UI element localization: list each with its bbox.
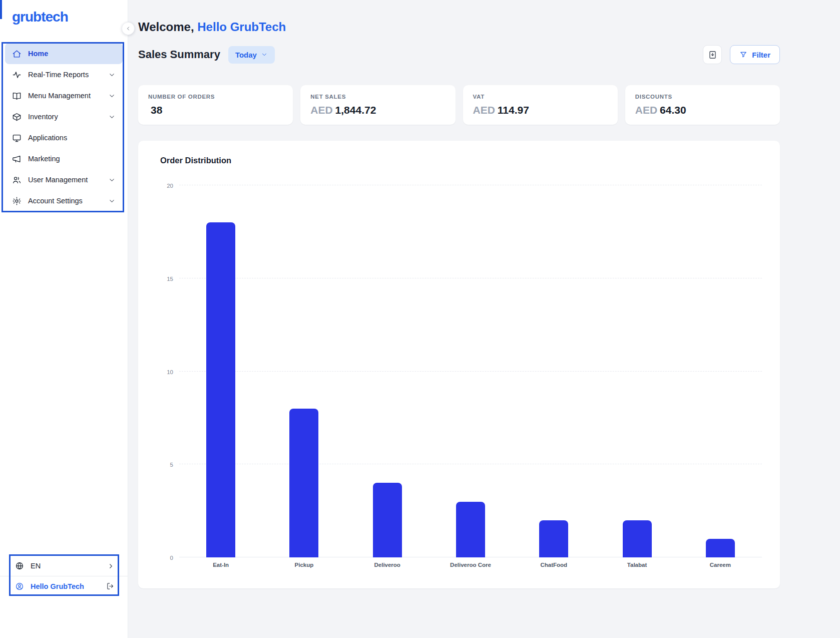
sidebar-footer: EN Hello GrubTech bbox=[0, 556, 128, 596]
x-axis-label: Talabat bbox=[595, 562, 678, 568]
download-report-button[interactable] bbox=[703, 45, 722, 64]
chevron-right-icon bbox=[107, 562, 115, 570]
language-selector[interactable]: EN bbox=[0, 556, 128, 576]
user-name: Hello GrubTech bbox=[31, 582, 84, 590]
sidebar-item-label: User Management bbox=[28, 176, 88, 184]
sidebar-item-applications[interactable]: Applications bbox=[5, 127, 123, 148]
chart-plot: 05101520 bbox=[179, 185, 762, 557]
page-title: Sales Summary bbox=[138, 48, 220, 61]
stat-card-number-of-orders: NUMBER OF ORDERS 38 bbox=[138, 85, 293, 125]
download-icon bbox=[708, 50, 717, 60]
chevron-down-icon bbox=[108, 113, 116, 121]
users-icon bbox=[12, 175, 22, 185]
sidebar-item-user-management[interactable]: User Management bbox=[5, 169, 123, 190]
sidebar-item-inventory[interactable]: Inventory bbox=[5, 106, 123, 127]
sales-summary-toolbar: Sales Summary Today Filter bbox=[138, 45, 780, 64]
x-axis-label: ChatFood bbox=[512, 562, 595, 568]
sidebar-item-real-time-reports[interactable]: Real-Time Reports bbox=[5, 64, 123, 85]
sidebar-item-menu-management[interactable]: Menu Management bbox=[5, 85, 123, 106]
bar bbox=[456, 502, 485, 557]
bar bbox=[373, 483, 402, 557]
stat-currency: AED bbox=[473, 104, 495, 116]
x-axis-label: Careem bbox=[679, 562, 762, 568]
sidebar-item-label: Marketing bbox=[28, 155, 60, 163]
chart-bars bbox=[179, 185, 762, 557]
stat-amount: 64.30 bbox=[660, 104, 686, 116]
chevron-down-icon bbox=[108, 92, 116, 100]
bar bbox=[289, 409, 318, 557]
y-tick-label: 5 bbox=[156, 462, 173, 468]
chart-title: Order Distribution bbox=[160, 156, 762, 165]
bar bbox=[623, 520, 652, 557]
bar bbox=[206, 222, 235, 557]
annotation-edge-strip bbox=[0, 0, 2, 19]
bar-cell-eat-in bbox=[179, 185, 262, 557]
sidebar-item-label: Inventory bbox=[28, 113, 58, 121]
filter-button-label: Filter bbox=[752, 51, 770, 59]
grubtech-logo: grubtech bbox=[0, 0, 128, 31]
stat-value: AED1,844.72 bbox=[310, 104, 445, 116]
x-axis-label: Deliveroo bbox=[346, 562, 429, 568]
chart-xlabels: Eat-InPickupDeliverooDeliveroo CoreChatF… bbox=[179, 562, 762, 568]
book-icon bbox=[12, 91, 22, 101]
stat-card-vat: VAT AED114.97 bbox=[463, 85, 618, 125]
welcome-prefix: Welcome, bbox=[138, 20, 194, 34]
stat-currency: AED bbox=[635, 104, 657, 116]
stats-row: NUMBER OF ORDERS 38 NET SALES AED1,844.7… bbox=[138, 85, 780, 125]
bar-cell-careem bbox=[679, 185, 762, 557]
stat-value: 38 bbox=[148, 104, 283, 116]
sidebar-item-label: Home bbox=[28, 50, 48, 58]
globe-icon bbox=[15, 561, 24, 570]
home-icon bbox=[12, 49, 22, 59]
language-label: EN bbox=[31, 562, 41, 570]
welcome-user-name: Hello GrubTech bbox=[197, 20, 286, 34]
chevron-down-icon bbox=[108, 71, 116, 79]
sidebar-item-account-settings[interactable]: Account Settings bbox=[5, 190, 123, 211]
chevron-down-icon bbox=[108, 176, 116, 184]
filter-button[interactable]: Filter bbox=[730, 45, 780, 64]
bar-cell-pickup bbox=[262, 185, 345, 557]
welcome-heading: Welcome, Hello GrubTech bbox=[138, 20, 780, 34]
sidebar-item-label: Account Settings bbox=[28, 197, 83, 205]
stat-value: AED114.97 bbox=[473, 104, 608, 116]
stat-amount: 38 bbox=[151, 104, 162, 116]
sidebar-item-home[interactable]: Home bbox=[5, 43, 123, 64]
collapse-sidebar-button[interactable] bbox=[122, 22, 135, 35]
filter-icon bbox=[739, 51, 747, 59]
y-tick-label: 10 bbox=[156, 369, 173, 375]
bar bbox=[706, 539, 735, 557]
activity-icon bbox=[12, 70, 22, 80]
x-axis-label: Eat-In bbox=[179, 562, 262, 568]
sidebar-item-label: Menu Management bbox=[28, 92, 91, 100]
avatar-icon bbox=[15, 582, 24, 591]
gear-icon bbox=[12, 196, 22, 206]
stat-label: VAT bbox=[473, 94, 608, 100]
app-root: grubtech Home Real-Time Reports bbox=[0, 0, 840, 638]
chevron-left-icon bbox=[125, 26, 131, 32]
bar-cell-chatfood bbox=[512, 185, 595, 557]
bar bbox=[539, 520, 568, 557]
stat-value: AED64.30 bbox=[635, 104, 770, 116]
stat-amount: 114.97 bbox=[498, 104, 529, 116]
x-axis-label: Pickup bbox=[262, 562, 345, 568]
sidebar-item-label: Applications bbox=[28, 134, 67, 142]
y-tick-label: 15 bbox=[156, 276, 173, 282]
bar-cell-deliveroo bbox=[346, 185, 429, 557]
bar-cell-talabat bbox=[595, 185, 678, 557]
chevron-down-icon bbox=[261, 51, 268, 58]
user-account-row[interactable]: Hello GrubTech bbox=[0, 576, 128, 596]
monitor-icon bbox=[12, 133, 22, 143]
stat-label: NET SALES bbox=[310, 94, 445, 100]
stat-card-net-sales: NET SALES AED1,844.72 bbox=[300, 85, 455, 125]
stat-label: DISCOUNTS bbox=[635, 94, 770, 100]
bar-cell-deliveroo-core bbox=[429, 185, 512, 557]
sidebar-item-label: Real-Time Reports bbox=[28, 71, 89, 79]
x-axis-label: Deliveroo Core bbox=[429, 562, 512, 568]
package-icon bbox=[12, 112, 22, 122]
stat-amount: 1,844.72 bbox=[335, 104, 376, 116]
logout-icon[interactable] bbox=[106, 582, 115, 590]
sidebar-item-marketing[interactable]: Marketing bbox=[5, 148, 123, 169]
order-distribution-card: Order Distribution 05101520 Eat-InPickup… bbox=[138, 141, 780, 588]
main-content: Welcome, Hello GrubTech Sales Summary To… bbox=[128, 0, 840, 638]
period-dropdown[interactable]: Today bbox=[228, 46, 275, 64]
